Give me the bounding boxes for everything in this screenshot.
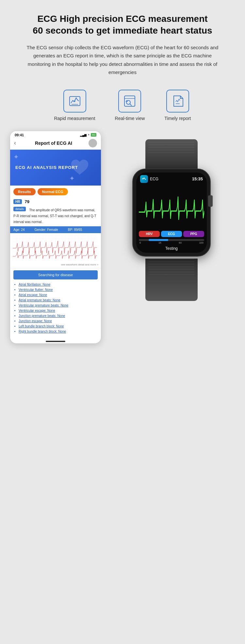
rapid-measurement-icon (63, 90, 86, 112)
watch-crown (208, 195, 213, 207)
list-item[interactable]: Junction escape: None (19, 319, 98, 323)
watch-time: 15:35 (192, 176, 203, 181)
signal-icon: ▂▄▆ (80, 133, 87, 137)
results-button[interactable]: Results (13, 188, 36, 195)
watch-app-name: ECG (150, 177, 158, 181)
main-content-row: 09:41 ▂▄▆ ⌖ 4G ‹ Report of ECG AI ✦ ECG … (10, 131, 235, 344)
ecg-banner: ✦ ECG AI ANALYSIS REPORT ✦ (10, 150, 101, 186)
patient-info-bar: Age: 24 Gender: Female BP: 89/65 (10, 226, 101, 233)
hr-value: 79 (24, 199, 29, 204)
list-item[interactable]: Atrial premature beats: None (19, 298, 98, 302)
list-item[interactable]: Atrial escape: None (19, 293, 98, 297)
phone-status-bar: 09:41 ▂▄▆ ⌖ 4G (10, 131, 101, 138)
list-item[interactable]: Left bundle branch block: None (19, 324, 98, 328)
phone-nav-bar: ‹ Report of ECG AI (10, 138, 101, 150)
list-item[interactable]: Ventricular premature beats: None (19, 304, 98, 307)
banner-sparkle-left: ✦ (13, 153, 19, 161)
back-button[interactable]: ‹ (14, 140, 16, 146)
phone-time: 09:41 (15, 133, 24, 137)
list-item[interactable]: Ventricular flutter: None (19, 288, 98, 292)
realtime-view-icon (118, 90, 141, 112)
ppg-button[interactable]: PPG (183, 231, 204, 237)
ecg-button[interactable]: ECG (161, 231, 182, 237)
details-text: The amplitude of QRS waveform was normal… (13, 208, 96, 224)
battery-label: 4G (91, 133, 96, 137)
phone-status-icons: ▂▄▆ ⌖ 4G (80, 133, 96, 137)
home-bar (46, 341, 65, 342)
normal-ecg-label: Normal ECG (38, 188, 68, 195)
feature-realtime-label: Real-time view (115, 116, 145, 121)
watch-container: ECG 15:35 (108, 131, 235, 301)
page-title: ECG High precision ECG measurement 60 se… (10, 13, 235, 37)
features-row: Rapid measurement Real-time view (10, 90, 235, 121)
watch-ecg-graph (136, 184, 207, 230)
svg-line-6 (130, 104, 132, 106)
feature-realtime: Real-time view (115, 90, 145, 121)
progress-100: 100 (199, 241, 204, 244)
ecg-chart: see waveform detail and more > (10, 233, 101, 268)
watch-screen: ECG 15:35 (136, 172, 207, 253)
wifi-icon: ⌖ (88, 133, 90, 137)
phone-mockup: 09:41 ▂▄▆ ⌖ 4G ‹ Report of ECG AI ✦ ECG … (10, 131, 101, 344)
phone-screen-title: Report of ECG AI (19, 141, 89, 146)
patient-age: Age: 24 (13, 228, 24, 232)
progress-0: 0 (139, 241, 141, 244)
list-item[interactable]: Junction premature beats: None (19, 314, 98, 318)
progress-ecg-segment (149, 239, 168, 241)
svg-rect-9 (13, 235, 97, 261)
details-row: details The amplitude of QRS waveform wa… (10, 205, 101, 226)
hr-row: HR 79 (10, 198, 101, 205)
list-item[interactable]: Right bundle branch block: None (19, 330, 98, 333)
results-row: Results Normal ECG (10, 186, 101, 198)
svg-point-2 (74, 100, 75, 102)
watch-case: ECG 15:35 (132, 169, 211, 257)
watch-screen-top-bar: ECG 15:35 (136, 172, 207, 184)
feature-rapid-label: Rapid measurement (54, 116, 95, 121)
watch-band-bottom (145, 259, 198, 301)
watch-app-icon (140, 175, 148, 183)
patient-gender: Gender: Female (34, 228, 58, 232)
home-indicator (10, 338, 101, 343)
feature-rapid: Rapid measurement (54, 90, 95, 121)
watch-mode-row: HRV ECG PPG (136, 230, 207, 238)
hrv-button[interactable]: HRV (139, 231, 160, 237)
details-badge[interactable]: details (13, 207, 26, 211)
testing-label: Testing (136, 245, 207, 253)
feature-timely: Timely report (164, 90, 191, 121)
banner-title: ECG AI ANALYSIS REPORT (15, 165, 78, 170)
timely-report-icon (166, 90, 189, 112)
header-description: The ECG sensor chip collects the ECG wav… (24, 43, 220, 77)
progress-numbers: 0 15 60 100 (139, 241, 204, 244)
watch-progress-bar: 0 15 60 100 (136, 238, 207, 245)
list-item[interactable]: Atrial fibrillation: None (19, 283, 98, 286)
list-item[interactable]: Ventricular escape: None (19, 309, 98, 312)
hr-badge: HR (13, 199, 22, 204)
progress-15: 15 (158, 241, 161, 244)
patient-bp: BP: 89/65 (68, 228, 82, 232)
watch-body: ECG 15:35 (119, 169, 224, 257)
progress-60: 60 (179, 241, 182, 244)
header-section: ECG High precision ECG measurement 60 se… (10, 13, 235, 77)
progress-track (139, 239, 204, 241)
watch-mockup: ECG 15:35 (119, 163, 224, 301)
search-disease-button[interactable]: Searching for disease (13, 270, 98, 279)
disease-list: Atrial fibrillation: None Ventricular fl… (10, 281, 101, 338)
feature-timely-label: Timely report (164, 116, 191, 121)
watch-band-top (145, 139, 198, 169)
user-avatar (89, 139, 97, 147)
